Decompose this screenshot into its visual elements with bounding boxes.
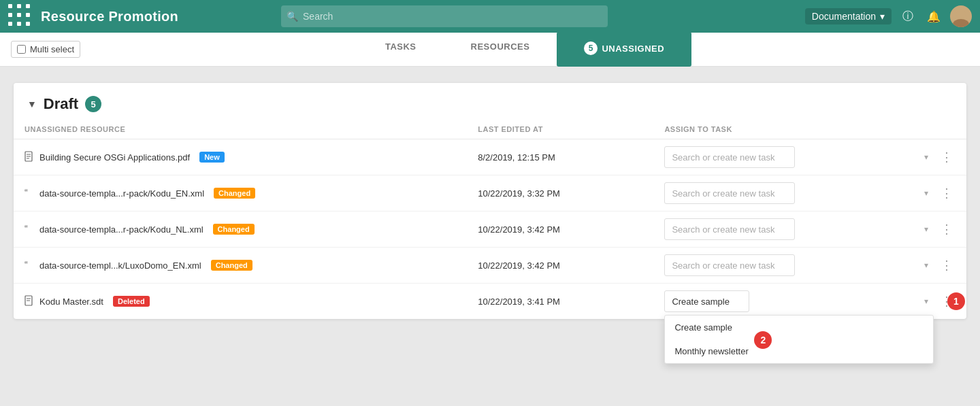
resource-filename: data-source-templa...r-pack/Kodu_EN.xml <box>39 188 204 199</box>
table-row: “ data-source-templa...r-pack/Kodu_NL.xm… <box>14 212 966 248</box>
more-options-button[interactable]: ⋮ 1 <box>938 294 956 309</box>
global-search-container: 🔍 <box>281 5 608 27</box>
tab-resources[interactable]: RESOURCES <box>444 32 557 67</box>
pdf-icon <box>24 151 34 164</box>
col-edited-header: LAST EDITED AT <box>467 120 653 139</box>
tab-tasks[interactable]: TASKS <box>358 32 444 67</box>
quote-icon: “ <box>24 224 34 235</box>
tab-unassigned[interactable]: 5 UNASSIGNED <box>557 32 691 67</box>
resource-name-cell: Building Secure OSGi Applications.pdf Ne… <box>24 151 456 164</box>
multi-select-text: Multi select <box>30 44 74 54</box>
multi-select-checkbox[interactable] <box>17 45 26 54</box>
task-select-wrapper: Search or create new task <box>664 254 934 276</box>
task-select-wrapper: Search or create new task <box>664 146 934 168</box>
more-options-button[interactable]: ⋮ <box>938 150 956 165</box>
quote-icon: “ <box>24 188 34 199</box>
task-select-wrapper: Search or create new task <box>664 182 934 204</box>
task-select-dropdown-wrapper: Create sample Create sample Monthly news… <box>664 290 934 312</box>
resource-name-cell: “ data-source-templa...r-pack/Kodu_NL.xm… <box>24 224 456 235</box>
documentation-selector[interactable]: Documentation ▾ <box>805 8 892 24</box>
main-tabs: TASKS RESOURCES 5 UNASSIGNED <box>358 32 691 67</box>
deleted-badge: Deleted <box>113 296 150 307</box>
task-assign-cell-with-dropdown: Create sample Create sample Monthly news… <box>664 290 956 312</box>
draft-title: Draft <box>44 95 78 113</box>
global-search-input[interactable] <box>281 5 608 27</box>
info-button[interactable]: ⓘ <box>898 7 917 26</box>
task-select[interactable]: Search or create new task <box>664 254 795 276</box>
main-content: ▼ Draft 5 UNASSIGNED RESOURCE LAST EDITE… <box>0 67 980 335</box>
new-badge: New <box>199 152 225 163</box>
svg-text:“: “ <box>24 260 28 269</box>
task-assign-cell: Search or create new task ⋮ <box>664 146 956 168</box>
quote-icon: “ <box>24 260 34 271</box>
edited-at: 10/22/2019, 3:32 PM <box>467 175 653 212</box>
table-row: “ data-source-templ...k/LuxoDomo_EN.xml … <box>14 248 966 284</box>
draft-card-header: ▼ Draft 5 <box>14 83 966 120</box>
more-options-button[interactable]: ⋮ <box>938 222 956 237</box>
table-row: Kodu Master.sdt Deleted 10/22/2019, 3:41… <box>14 284 966 320</box>
resource-name-cell: “ data-source-templa...r-pack/Kodu_EN.xm… <box>24 188 456 199</box>
task-select[interactable]: Search or create new task <box>664 182 795 204</box>
resource-filename: data-source-templa...r-pack/Kodu_NL.xml <box>39 224 203 235</box>
top-navigation: Resource Promotion 🔍 Documentation ▾ ⓘ 🔔 <box>0 0 980 33</box>
unassigned-badge: 5 <box>584 41 598 55</box>
app-grid-menu[interactable] <box>8 4 33 29</box>
dropdown-item-create-sample[interactable]: Create sample <box>665 316 933 339</box>
doc-label: Documentation <box>812 11 876 22</box>
edited-at: 10/22/2019, 3:41 PM <box>467 284 653 320</box>
draft-count-badge: 5 <box>85 96 101 112</box>
changed-badge: Changed <box>214 188 255 199</box>
search-icon: 🔍 <box>287 11 298 22</box>
notifications-button[interactable]: 🔔 <box>924 7 943 26</box>
draft-card: ▼ Draft 5 UNASSIGNED RESOURCE LAST EDITE… <box>14 83 966 319</box>
edited-at: 10/22/2019, 3:42 PM <box>467 212 653 248</box>
table-row: “ data-source-templa...r-pack/Kodu_EN.xm… <box>14 175 966 212</box>
changed-badge: Changed <box>211 260 252 271</box>
task-select[interactable]: Search or create new task <box>664 218 795 240</box>
task-assign-cell: Search or create new task ⋮ <box>664 254 956 276</box>
task-assign-cell: Search or create new task ⋮ <box>664 218 956 240</box>
resource-name-cell: Kodu Master.sdt Deleted <box>24 295 456 308</box>
task-dropdown-menu: Create sample Monthly newsletter <box>664 315 934 364</box>
task-select[interactable]: Search or create new task <box>664 146 795 168</box>
edited-at: 8/2/2019, 12:15 PM <box>467 139 653 175</box>
edited-at: 10/22/2019, 3:42 PM <box>467 248 653 284</box>
task-select-wrapper: Search or create new task <box>664 218 934 240</box>
multi-select-label[interactable]: Multi select <box>11 41 80 58</box>
collapse-arrow-icon[interactable]: ▼ <box>27 99 37 109</box>
changed-badge: Changed <box>213 224 255 235</box>
table-row: Building Secure OSGi Applications.pdf Ne… <box>14 139 966 175</box>
resource-filename: Building Secure OSGi Applications.pdf <box>39 152 190 163</box>
svg-point-1 <box>953 19 969 27</box>
more-options-button[interactable]: ⋮ <box>938 186 956 201</box>
resources-table: UNASSIGNED RESOURCE LAST EDITED AT ASSIG… <box>14 120 966 319</box>
dropdown-item-monthly-newsletter[interactable]: Monthly newsletter <box>665 339 933 363</box>
svg-text:“: “ <box>24 188 28 197</box>
col-resource-header: UNASSIGNED RESOURCE <box>14 120 467 139</box>
resource-filename: Kodu Master.sdt <box>39 297 103 307</box>
svg-point-0 <box>956 9 966 18</box>
more-options-button[interactable]: ⋮ <box>938 258 956 273</box>
user-avatar[interactable] <box>950 5 972 27</box>
topnav-right-section: Documentation ▾ ⓘ 🔔 <box>805 5 972 27</box>
col-assign-header: ASSIGN TO TASK <box>653 120 966 139</box>
subbar: Multi select TASKS RESOURCES 5 UNASSIGNE… <box>0 33 980 67</box>
doc-icon <box>24 295 34 308</box>
app-title: Resource Promotion <box>41 9 178 24</box>
step-badge-1: 1 <box>947 292 965 310</box>
svg-text:“: “ <box>24 224 28 233</box>
task-select-active[interactable]: Create sample <box>664 290 749 312</box>
resource-name-cell: “ data-source-templ...k/LuxoDomo_EN.xml … <box>24 260 456 271</box>
task-assign-cell: Search or create new task ⋮ <box>664 182 956 204</box>
resource-filename: data-source-templ...k/LuxoDomo_EN.xml <box>39 260 201 271</box>
chevron-down-icon: ▾ <box>880 11 885 22</box>
